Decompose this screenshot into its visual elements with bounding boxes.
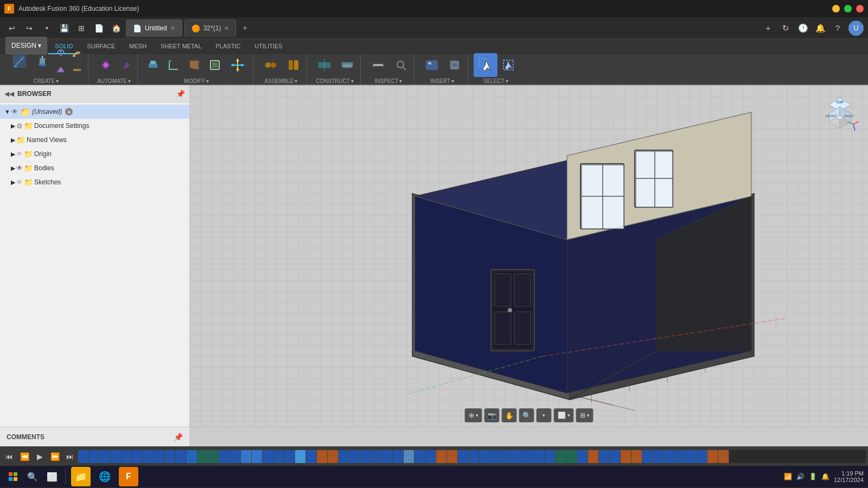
maximize-button[interactable] <box>844 5 852 12</box>
snap-dropdown[interactable]: ▾ <box>476 413 478 418</box>
ribbon-tab-sheetmetal[interactable]: SHEET METAL <box>154 39 208 54</box>
frame-42[interactable] <box>523 450 534 463</box>
minimize-button[interactable] <box>832 5 840 12</box>
frame-37[interactable] <box>469 450 480 463</box>
assemble-dropdown-icon[interactable]: ▾ <box>295 78 297 84</box>
frame-22[interactable] <box>306 450 317 463</box>
browser-collapse-arrow[interactable]: ◀◀ <box>4 90 14 98</box>
zoom-btn[interactable]: 🔍 <box>519 408 534 422</box>
frame-2[interactable] <box>89 450 100 463</box>
redo-dropdown-button[interactable]: ▾ <box>39 21 54 36</box>
tab-32-close[interactable]: ✕ <box>224 25 229 32</box>
home-button[interactable]: 🏠 <box>108 21 124 36</box>
frame-13[interactable] <box>208 450 219 463</box>
taskbar-clock[interactable]: 1:19 PM 12/17/2024 <box>834 470 864 483</box>
measure-button[interactable]: mm <box>366 53 390 77</box>
move-button[interactable] <box>226 53 250 77</box>
timeline-track[interactable] <box>78 450 866 463</box>
frame-29[interactable] <box>382 450 393 463</box>
sketches-collapse-icon[interactable]: ▶ <box>11 179 15 186</box>
select-button[interactable] <box>474 53 497 77</box>
taskview-button[interactable]: ⬜ <box>43 468 61 485</box>
redo-button[interactable]: ↪ <box>22 21 37 36</box>
orbit-btn[interactable]: ✋ <box>502 408 517 422</box>
frame-54[interactable] <box>653 450 664 463</box>
midplane-button[interactable] <box>312 53 336 77</box>
battery-icon[interactable]: 🔋 <box>809 473 817 480</box>
ribbon-tab-mesh[interactable]: MESH <box>123 39 153 54</box>
tree-item-bodies[interactable]: ▶ 👁 📁 Bodies <box>0 161 189 175</box>
frame-32[interactable] <box>414 450 425 463</box>
inspect-dropdown-icon[interactable]: ▾ <box>399 78 402 84</box>
docsettings-collapse-icon[interactable]: ▶ <box>11 123 15 130</box>
notifications-icon[interactable]: 🔔 <box>821 473 829 480</box>
display-dropdown[interactable]: ▾ <box>567 413 570 418</box>
comments-pin-button[interactable]: 📌 <box>174 433 183 441</box>
frame-30[interactable] <box>393 450 404 463</box>
frame-3[interactable] <box>100 450 111 463</box>
frame-12[interactable] <box>197 450 208 463</box>
shell-button[interactable] <box>205 55 225 75</box>
taskbar-fusion-app[interactable]: F <box>119 467 138 486</box>
taskbar-chrome-app[interactable]: 🌐 <box>95 467 114 486</box>
construct-dropdown-icon[interactable]: ▾ <box>351 78 354 84</box>
chamfer-button[interactable] <box>184 55 204 75</box>
create-dropdown-icon[interactable]: ▾ <box>56 78 59 84</box>
insertimage-button[interactable] <box>420 53 444 77</box>
automate-button[interactable] <box>94 53 118 77</box>
undo-button[interactable]: ↩ <box>4 21 20 36</box>
add-icon[interactable]: + <box>762 22 775 35</box>
namedviews-collapse-icon[interactable]: ▶ <box>11 137 15 144</box>
timeline-end-button[interactable]: ⏭ <box>63 450 77 464</box>
frame-41[interactable] <box>512 450 523 463</box>
frame-33[interactable] <box>425 450 436 463</box>
loft-button[interactable] <box>53 62 68 77</box>
frame-18[interactable] <box>263 450 273 463</box>
frame-15[interactable] <box>230 450 241 463</box>
frame-27[interactable] <box>360 450 371 463</box>
fillet-button[interactable] <box>164 55 183 75</box>
modify-dropdown-icon[interactable]: ▾ <box>206 78 209 84</box>
frame-31[interactable] <box>404 450 414 463</box>
frame-9[interactable] <box>165 450 176 463</box>
frame-55[interactable] <box>664 450 675 463</box>
frame-21[interactable] <box>295 450 306 463</box>
taskbar-explorer-app[interactable]: 📁 <box>71 467 91 486</box>
user-avatar[interactable]: U <box>848 21 864 36</box>
select-dropdown-icon[interactable]: ▾ <box>506 78 508 84</box>
tab-untitled[interactable]: 📄 Untitled ✕ <box>126 20 182 37</box>
pressdown-button[interactable] <box>143 55 163 75</box>
capture-btn[interactable]: 📷 <box>484 408 500 422</box>
volume-icon[interactable]: 🔊 <box>796 473 805 480</box>
tree-item-docsettings[interactable]: ▶ ⚙ 📁 Document Settings <box>0 119 189 133</box>
file-button[interactable]: 📄 <box>91 21 106 36</box>
bell-icon[interactable]: 🔔 <box>814 22 827 35</box>
timeline-next-button[interactable]: ⏩ <box>48 450 62 464</box>
frame-19[interactable] <box>273 450 284 463</box>
origin-collapse-icon[interactable]: ▶ <box>11 151 15 158</box>
root-collapse-icon[interactable]: ▼ <box>4 108 10 115</box>
frame-51[interactable] <box>621 450 631 463</box>
timeline-play-button[interactable]: ▶ <box>33 450 47 464</box>
revolve-button[interactable] <box>53 46 68 61</box>
frame-58[interactable] <box>697 450 707 463</box>
help-icon[interactable]: ? <box>831 22 844 35</box>
frame-24[interactable] <box>328 450 339 463</box>
viewport[interactable]: TOP FRONT RIGHT ⊕ ▾ 📷 ✋ 🔍 <box>190 85 868 427</box>
frame-11[interactable] <box>187 450 197 463</box>
frame-14[interactable] <box>219 450 230 463</box>
frame-17[interactable] <box>252 450 263 463</box>
sketches-eye-hidden-icon[interactable]: 👁 <box>16 178 23 186</box>
rigidgroup-button[interactable] <box>284 55 303 75</box>
grid-mode-btn[interactable]: ⊞ ▾ <box>576 408 593 422</box>
bodies-collapse-icon[interactable]: ▶ <box>11 165 15 172</box>
frame-39[interactable] <box>490 450 501 463</box>
frame-49[interactable] <box>599 450 610 463</box>
inspect2-button[interactable] <box>391 55 411 75</box>
frame-7[interactable] <box>143 450 154 463</box>
frame-16[interactable] <box>241 450 252 463</box>
frame-4[interactable] <box>111 450 122 463</box>
automate2-button[interactable] <box>119 57 134 73</box>
frame-38[interactable] <box>480 450 490 463</box>
insert-dropdown-icon[interactable]: ▾ <box>451 78 454 84</box>
